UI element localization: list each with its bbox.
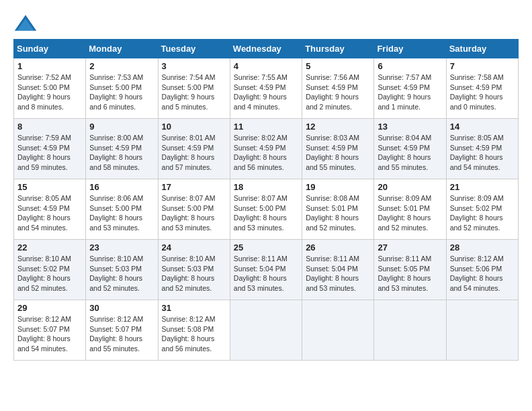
day-info: Sunrise: 8:11 AM Sunset: 5:05 PM Dayligh…: [378, 254, 442, 293]
day-info: Sunrise: 7:56 AM Sunset: 4:59 PM Dayligh…: [306, 73, 370, 112]
calendar-cell: 15Sunrise: 8:05 AM Sunset: 4:59 PM Dayli…: [14, 179, 86, 240]
header: [13, 13, 519, 32]
logo-icon: [13, 13, 38, 32]
column-header-saturday: Saturday: [446, 40, 518, 58]
day-number: 31: [162, 303, 226, 313]
day-info: Sunrise: 8:11 AM Sunset: 5:04 PM Dayligh…: [234, 254, 298, 293]
day-number: 3: [162, 61, 226, 71]
day-number: 6: [378, 61, 442, 71]
calendar-cell: [230, 300, 302, 361]
calendar-cell: 7Sunrise: 7:58 AM Sunset: 4:59 PM Daylig…: [446, 58, 518, 119]
day-info: Sunrise: 7:58 AM Sunset: 4:59 PM Dayligh…: [450, 73, 515, 112]
calendar-table: SundayMondayTuesdayWednesdayThursdayFrid…: [13, 39, 519, 361]
day-number: 26: [306, 242, 370, 253]
calendar-cell: [374, 300, 446, 361]
day-number: 5: [306, 61, 370, 71]
day-number: 19: [306, 182, 370, 192]
day-number: 8: [17, 122, 82, 132]
day-number: 16: [89, 182, 154, 192]
calendar-week-1: 1Sunrise: 7:52 AM Sunset: 5:00 PM Daylig…: [14, 58, 519, 119]
day-number: 2: [89, 61, 154, 71]
day-info: Sunrise: 8:08 AM Sunset: 5:01 PM Dayligh…: [306, 193, 370, 233]
day-number: 25: [234, 242, 298, 253]
day-info: Sunrise: 8:01 AM Sunset: 4:59 PM Dayligh…: [162, 133, 226, 173]
day-info: Sunrise: 7:52 AM Sunset: 5:00 PM Dayligh…: [17, 73, 82, 112]
day-number: 11: [234, 122, 298, 132]
calendar-cell: 16Sunrise: 8:06 AM Sunset: 5:00 PM Dayli…: [86, 179, 158, 240]
logo: [13, 13, 42, 32]
column-header-thursday: Thursday: [302, 40, 374, 58]
calendar-cell: 25Sunrise: 8:11 AM Sunset: 5:04 PM Dayli…: [230, 240, 302, 300]
calendar-cell: 30Sunrise: 8:12 AM Sunset: 5:07 PM Dayli…: [86, 300, 158, 361]
column-header-monday: Monday: [86, 40, 158, 58]
day-number: 23: [89, 242, 154, 253]
day-info: Sunrise: 8:09 AM Sunset: 5:01 PM Dayligh…: [378, 193, 442, 233]
day-info: Sunrise: 8:10 AM Sunset: 5:02 PM Dayligh…: [17, 254, 82, 293]
day-number: 9: [89, 122, 154, 132]
day-number: 17: [162, 182, 226, 192]
column-header-sunday: Sunday: [14, 40, 86, 58]
calendar-cell: 12Sunrise: 8:03 AM Sunset: 4:59 PM Dayli…: [302, 119, 374, 179]
day-info: Sunrise: 7:55 AM Sunset: 4:59 PM Dayligh…: [234, 73, 298, 112]
column-header-friday: Friday: [374, 40, 446, 58]
calendar-cell: 22Sunrise: 8:10 AM Sunset: 5:02 PM Dayli…: [14, 240, 86, 300]
calendar-cell: [446, 300, 518, 361]
calendar-cell: [302, 300, 374, 361]
day-number: 13: [378, 122, 442, 132]
day-number: 30: [89, 303, 154, 313]
day-number: 12: [306, 122, 370, 132]
calendar-header-row: SundayMondayTuesdayWednesdayThursdayFrid…: [14, 40, 519, 58]
day-info: Sunrise: 7:53 AM Sunset: 5:00 PM Dayligh…: [89, 73, 154, 112]
day-info: Sunrise: 8:06 AM Sunset: 5:00 PM Dayligh…: [89, 193, 154, 233]
day-info: Sunrise: 8:09 AM Sunset: 5:02 PM Dayligh…: [450, 193, 515, 233]
day-number: 28: [450, 242, 515, 253]
calendar-cell: 4Sunrise: 7:55 AM Sunset: 4:59 PM Daylig…: [230, 58, 302, 119]
calendar-cell: 5Sunrise: 7:56 AM Sunset: 4:59 PM Daylig…: [302, 58, 374, 119]
column-header-wednesday: Wednesday: [230, 40, 302, 58]
day-info: Sunrise: 8:02 AM Sunset: 4:59 PM Dayligh…: [234, 133, 298, 173]
day-info: Sunrise: 8:07 AM Sunset: 5:00 PM Dayligh…: [234, 193, 298, 233]
day-number: 22: [17, 242, 82, 253]
day-info: Sunrise: 8:12 AM Sunset: 5:06 PM Dayligh…: [450, 254, 515, 293]
day-info: Sunrise: 8:10 AM Sunset: 5:03 PM Dayligh…: [162, 254, 226, 293]
day-info: Sunrise: 8:07 AM Sunset: 5:00 PM Dayligh…: [162, 193, 226, 233]
calendar-cell: 24Sunrise: 8:10 AM Sunset: 5:03 PM Dayli…: [158, 240, 230, 300]
day-info: Sunrise: 7:54 AM Sunset: 5:00 PM Dayligh…: [162, 73, 226, 112]
column-header-tuesday: Tuesday: [158, 40, 230, 58]
day-number: 15: [17, 182, 82, 192]
day-info: Sunrise: 8:10 AM Sunset: 5:03 PM Dayligh…: [89, 254, 154, 293]
day-number: 18: [234, 182, 298, 192]
day-number: 4: [234, 61, 298, 71]
calendar-cell: 8Sunrise: 7:59 AM Sunset: 4:59 PM Daylig…: [14, 119, 86, 179]
calendar-body: 1Sunrise: 7:52 AM Sunset: 5:00 PM Daylig…: [14, 58, 519, 361]
calendar-cell: 17Sunrise: 8:07 AM Sunset: 5:00 PM Dayli…: [158, 179, 230, 240]
calendar-cell: 23Sunrise: 8:10 AM Sunset: 5:03 PM Dayli…: [86, 240, 158, 300]
calendar-cell: 3Sunrise: 7:54 AM Sunset: 5:00 PM Daylig…: [158, 58, 230, 119]
day-number: 7: [450, 61, 515, 71]
day-info: Sunrise: 8:04 AM Sunset: 4:59 PM Dayligh…: [378, 133, 442, 173]
calendar-cell: 6Sunrise: 7:57 AM Sunset: 4:59 PM Daylig…: [374, 58, 446, 119]
day-info: Sunrise: 8:05 AM Sunset: 4:59 PM Dayligh…: [450, 133, 515, 173]
calendar-cell: 18Sunrise: 8:07 AM Sunset: 5:00 PM Dayli…: [230, 179, 302, 240]
calendar-cell: 19Sunrise: 8:08 AM Sunset: 5:01 PM Dayli…: [302, 179, 374, 240]
calendar-cell: 31Sunrise: 8:12 AM Sunset: 5:08 PM Dayli…: [158, 300, 230, 361]
calendar-week-2: 8Sunrise: 7:59 AM Sunset: 4:59 PM Daylig…: [14, 119, 519, 179]
calendar-cell: 13Sunrise: 8:04 AM Sunset: 4:59 PM Dayli…: [374, 119, 446, 179]
calendar-week-3: 15Sunrise: 8:05 AM Sunset: 4:59 PM Dayli…: [14, 179, 519, 240]
day-number: 14: [450, 122, 515, 132]
calendar-cell: 9Sunrise: 8:00 AM Sunset: 4:59 PM Daylig…: [86, 119, 158, 179]
calendar-cell: 20Sunrise: 8:09 AM Sunset: 5:01 PM Dayli…: [374, 179, 446, 240]
day-number: 21: [450, 182, 515, 192]
calendar-cell: 26Sunrise: 8:11 AM Sunset: 5:04 PM Dayli…: [302, 240, 374, 300]
day-info: Sunrise: 7:57 AM Sunset: 4:59 PM Dayligh…: [378, 73, 442, 112]
calendar-week-5: 29Sunrise: 8:12 AM Sunset: 5:07 PM Dayli…: [14, 300, 519, 361]
day-info: Sunrise: 8:00 AM Sunset: 4:59 PM Dayligh…: [89, 133, 154, 173]
calendar-cell: 11Sunrise: 8:02 AM Sunset: 4:59 PM Dayli…: [230, 119, 302, 179]
calendar-cell: 27Sunrise: 8:11 AM Sunset: 5:05 PM Dayli…: [374, 240, 446, 300]
calendar-cell: 2Sunrise: 7:53 AM Sunset: 5:00 PM Daylig…: [86, 58, 158, 119]
calendar-cell: 28Sunrise: 8:12 AM Sunset: 5:06 PM Dayli…: [446, 240, 518, 300]
calendar-cell: 14Sunrise: 8:05 AM Sunset: 4:59 PM Dayli…: [446, 119, 518, 179]
day-info: Sunrise: 7:59 AM Sunset: 4:59 PM Dayligh…: [17, 133, 82, 173]
day-number: 10: [162, 122, 226, 132]
day-number: 20: [378, 182, 442, 192]
